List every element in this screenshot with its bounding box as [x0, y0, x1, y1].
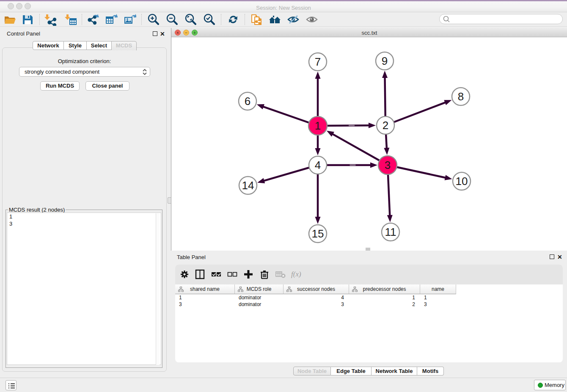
edge-label-mark — [350, 165, 356, 166]
save-session-icon[interactable] — [21, 13, 34, 26]
settings-gear-icon[interactable] — [179, 269, 190, 280]
function-builder-icon[interactable]: f(x) — [291, 269, 308, 280]
hide-selected-icon[interactable] — [287, 13, 300, 26]
table-panel-close-button[interactable]: ✕ — [557, 254, 562, 259]
table-panel-float-button[interactable] — [550, 254, 554, 259]
edge-arrowhead — [382, 71, 388, 78]
tab-motifs[interactable]: Motifs — [417, 367, 444, 375]
open-file-icon[interactable] — [3, 13, 16, 26]
mcds-result-item: 1 — [7, 213, 161, 220]
network-view-titlebar: × − + scc.txt — [171, 28, 567, 37]
tab-edge-table[interactable]: Edge Table — [331, 367, 372, 375]
export-image-icon[interactable] — [124, 13, 136, 26]
graph-node-label: 9 — [382, 55, 388, 67]
table-header-row: shared nameMCDS rolesuccessor nodesprede… — [175, 284, 456, 294]
column-layout-icon[interactable] — [195, 269, 206, 280]
table-cell: dominator — [235, 301, 284, 308]
tab-select[interactable]: Select — [87, 41, 112, 50]
table-cell: 1 — [349, 294, 420, 301]
clone-network-icon[interactable] — [250, 13, 263, 26]
column-header-name[interactable]: name — [420, 284, 456, 294]
column-header-label: name — [432, 286, 444, 292]
graph-node-label: 8 — [458, 90, 464, 103]
column-header-shared-name[interactable]: shared name — [175, 284, 235, 294]
column-header-MCDS-role[interactable]: MCDS role — [235, 284, 284, 294]
tab-style[interactable]: Style — [64, 41, 87, 50]
canvas-resize-grip[interactable] — [366, 248, 370, 251]
graph-node-label: 14 — [242, 179, 254, 192]
edge-arrowhead — [384, 148, 389, 155]
table-cell: 3 — [284, 301, 349, 308]
table-toolbar: f(x) — [175, 265, 563, 284]
control-panel-tabs: NetworkStyleSelectMCDS — [33, 41, 137, 50]
zoom-out-icon[interactable] — [166, 13, 179, 26]
toolbar-divider — [221, 14, 221, 25]
graph-node-label: 1 — [315, 119, 321, 132]
delete-column-icon[interactable] — [259, 269, 270, 280]
edge-arrowhead — [445, 175, 452, 180]
table-cell: dominator — [235, 294, 284, 301]
deselect-checkboxes-icon[interactable] — [227, 269, 238, 280]
import-table-icon[interactable] — [64, 13, 77, 26]
home-layout-icon[interactable] — [268, 13, 281, 26]
graph-node-label: 11 — [385, 226, 396, 238]
edge-arrowhead — [257, 178, 265, 183]
column-header-successor-nodes[interactable]: successor nodes — [284, 284, 349, 294]
tab-network[interactable]: Network — [33, 41, 64, 50]
table-row-2[interactable]: 3dominator323 — [175, 301, 456, 308]
dropdown-chevrons-icon — [143, 69, 147, 75]
edge-arrowhead — [315, 72, 321, 79]
table-cell: 1 — [420, 294, 456, 301]
column-header-predecessor-nodes[interactable]: predecessor nodes — [349, 284, 420, 294]
tab-network-table[interactable]: Network Table — [372, 367, 417, 375]
main-toolbar — [0, 12, 567, 27]
criterion-dropdown-value: strongly connected component — [25, 69, 99, 75]
table-cell: 1 — [175, 294, 235, 301]
table-cell: 3 — [175, 301, 235, 308]
memory-button[interactable]: Memory — [534, 380, 566, 390]
status-bar: Memory — [0, 378, 567, 392]
tab-node-table[interactable]: Node Table — [293, 367, 331, 375]
column-type-icon — [286, 287, 292, 292]
table-row-1[interactable]: 1dominator411 — [175, 294, 456, 301]
control-panel-float-button[interactable] — [153, 31, 157, 36]
import-network-icon[interactable] — [44, 13, 57, 26]
graph-node-label: 3 — [385, 159, 391, 171]
column-type-icon — [238, 287, 243, 292]
criterion-dropdown[interactable]: strongly connected component — [19, 67, 150, 77]
edge-arrowhead — [369, 123, 376, 128]
toolbar-divider — [245, 14, 245, 25]
search-input[interactable] — [439, 14, 563, 24]
table-panel-title: Table Panel — [177, 254, 206, 260]
mcds-result-list[interactable]: 13 — [7, 213, 161, 365]
control-panel-close-button[interactable]: ✕ — [160, 31, 165, 36]
zoom-in-icon[interactable] — [147, 13, 160, 26]
close-panel-button[interactable]: Close panel — [85, 81, 129, 91]
task-history-button[interactable] — [6, 380, 17, 390]
graph-node-label: 15 — [312, 227, 324, 240]
show-eye-icon[interactable] — [306, 13, 318, 26]
add-column-icon[interactable] — [243, 269, 254, 280]
column-header-label: MCDS role — [247, 286, 272, 292]
zoom-selected-icon[interactable] — [203, 13, 216, 26]
column-header-label: predecessor nodes — [363, 286, 406, 292]
select-all-checkboxes-icon[interactable] — [211, 269, 222, 280]
network-graph[interactable]: 1234678910111415 — [171, 37, 567, 251]
tab-mcds[interactable]: MCDS — [112, 41, 137, 50]
column-header-label: successor nodes — [297, 286, 335, 292]
window-title: Session: New Session — [0, 5, 567, 11]
mcds-result-item: 3 — [7, 220, 161, 227]
edge-2-8[interactable] — [385, 102, 446, 125]
graph-node-label: 2 — [383, 119, 388, 132]
zoom-fit-icon[interactable] — [184, 13, 197, 26]
mcds-result-scrollbar[interactable] — [156, 213, 160, 365]
run-mcds-button[interactable]: Run MCDS — [40, 81, 80, 91]
edge-arrowhead — [370, 163, 377, 168]
delete-table-icon[interactable] — [275, 269, 286, 280]
graph-node-label: 10 — [456, 175, 468, 188]
export-network-icon[interactable] — [86, 13, 99, 26]
mcds-result-title: MCDS result (2 nodes) — [8, 207, 66, 213]
export-table-icon[interactable] — [105, 13, 118, 26]
column-type-icon — [352, 287, 358, 292]
refresh-icon[interactable] — [227, 13, 239, 26]
